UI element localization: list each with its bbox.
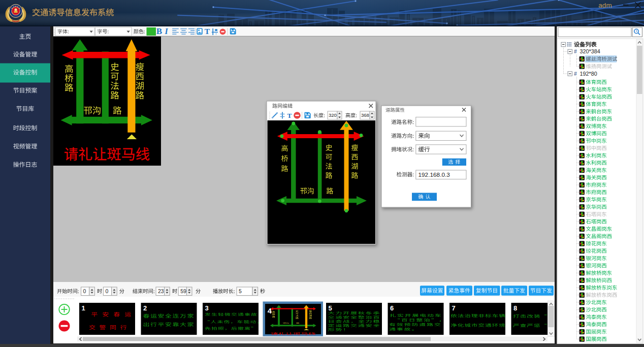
- svg-text:192.168.0.3: 192.168.0.3: [418, 171, 450, 178]
- svg-text:0: 0: [105, 288, 108, 294]
- svg-text:6: 6: [390, 304, 394, 312]
- svg-text:368: 368: [361, 112, 369, 118]
- svg-text:320: 320: [329, 112, 337, 118]
- svg-text:1: 1: [82, 304, 85, 312]
- svg-text:320*384: 320*384: [580, 48, 600, 54]
- svg-text:3: 3: [635, 29, 637, 33]
- svg-text:8: 8: [513, 304, 517, 312]
- svg-text:T: T: [205, 27, 210, 36]
- svg-text:23: 23: [158, 288, 164, 294]
- svg-text:5: 5: [329, 304, 332, 312]
- svg-text:5: 5: [239, 288, 242, 294]
- svg-text:0: 0: [83, 288, 86, 294]
- svg-text:T: T: [287, 112, 292, 119]
- svg-text:#: #: [574, 48, 577, 54]
- svg-text:2: 2: [143, 304, 147, 312]
- svg-text:B: B: [156, 26, 162, 36]
- svg-text:#: #: [574, 71, 577, 77]
- svg-text:59: 59: [180, 288, 186, 294]
- svg-text:3: 3: [205, 304, 209, 312]
- svg-text:7: 7: [452, 304, 456, 312]
- svg-text:adm: adm: [598, 2, 611, 9]
- svg-text:192*80: 192*80: [580, 71, 597, 77]
- svg-text:I: I: [164, 27, 168, 36]
- svg-text:4: 4: [268, 306, 272, 315]
